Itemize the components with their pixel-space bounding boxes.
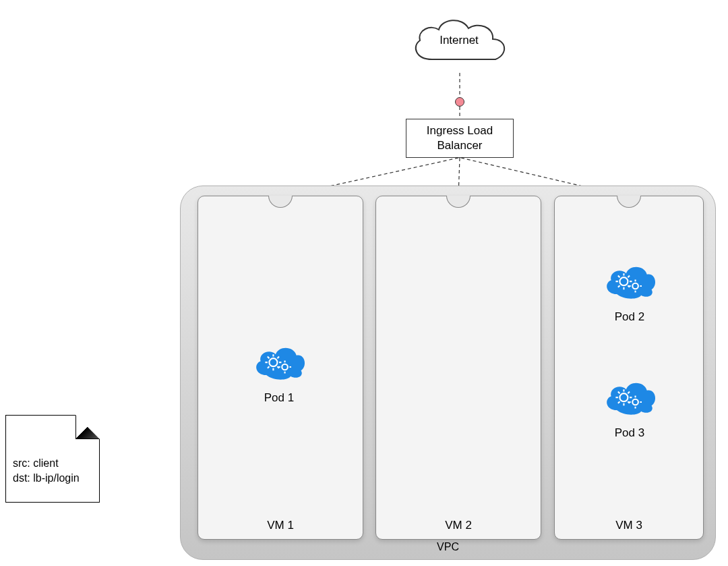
vm-notch-icon bbox=[617, 196, 641, 208]
connection-dot-icon bbox=[455, 97, 464, 107]
vm-label-2: VM 2 bbox=[376, 519, 541, 532]
document-fold-icon bbox=[75, 415, 100, 439]
note-line-dst: dst: lb-ip/login bbox=[13, 471, 92, 486]
pod-cloud-icon bbox=[599, 262, 660, 302]
diagram-canvas: Internet Ingress Load Balancer VPC VM 1 … bbox=[0, 0, 728, 566]
vm-label-3: VM 3 bbox=[555, 519, 703, 532]
vm-notch-icon bbox=[268, 196, 293, 208]
pod-cloud-icon bbox=[599, 378, 660, 418]
vm-notch-icon bbox=[446, 196, 471, 208]
pod-label-3: Pod 3 bbox=[589, 426, 670, 440]
vm-box-3: VM 3 bbox=[554, 196, 704, 540]
vm-box-2: VM 2 bbox=[375, 196, 541, 540]
pod-label-1: Pod 1 bbox=[239, 391, 320, 405]
pod-cloud-icon bbox=[249, 343, 309, 383]
ingress-load-balancer-label: Ingress Load Balancer bbox=[427, 123, 493, 153]
ingress-load-balancer-box: Ingress Load Balancer bbox=[406, 119, 514, 158]
vpc-label: VPC bbox=[180, 541, 716, 553]
internet-label: Internet bbox=[405, 34, 513, 47]
pod-label-2: Pod 2 bbox=[589, 310, 670, 324]
note-line-src: src: client bbox=[13, 456, 92, 471]
request-packet-note: src: client dst: lb-ip/login bbox=[5, 415, 100, 503]
vm-label-1: VM 1 bbox=[198, 519, 363, 532]
